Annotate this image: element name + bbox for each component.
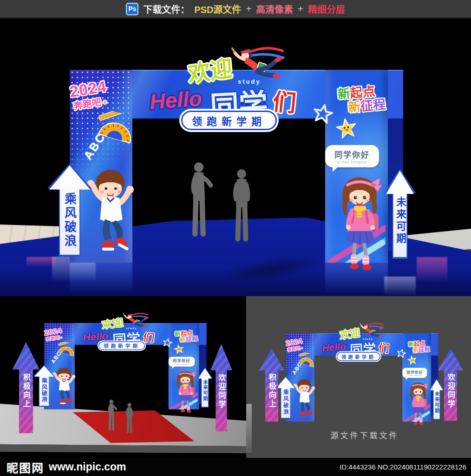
outer-arrow-left: 积极向上 — [13, 342, 39, 433]
welcome-arch: 2024 奔跑吧✦ ABC — [44, 323, 207, 410]
main-render-scene: 2024 奔跑吧✦ ABC — [0, 19, 471, 296]
outer-arrow-left: 积极向上 — [259, 349, 284, 422]
subtitle-pill: 领跑新学期 — [98, 341, 145, 350]
flat-render-scene: 2024 奔跑吧✦ ABC — [246, 296, 471, 458]
outer-arrow-right: 欢迎同学 — [438, 349, 463, 421]
plus-sign: + — [246, 4, 251, 14]
title-men: 们 — [143, 329, 156, 344]
outer-arrow-right-text: 欢迎同学 — [216, 374, 227, 409]
photoshop-icon: Ps — [126, 3, 138, 15]
title-men: 们 — [378, 339, 390, 356]
arrow-sign-left: 乘风破浪 — [47, 164, 92, 257]
badge-2024-run: 2024 奔跑吧✦ — [285, 337, 304, 353]
speech-bubble: 同学你好 ni hao tongxue — [169, 357, 195, 366]
download-bar: Ps 下载文件： PSD源文件 + 高清像素 + 精细分层 — [0, 0, 471, 19]
site-url: www.nipic.com — [49, 461, 126, 473]
outer-arrow-right: 欢迎同学 — [210, 344, 232, 431]
preview-page: Ps 下载文件： PSD源文件 + 高清像素 + 精细分层 — [0, 0, 471, 476]
arrow-reflection — [384, 277, 416, 296]
sparkle-icon: ✦ — [59, 336, 63, 339]
title-men: 们 — [271, 83, 298, 119]
pink-reflection — [417, 257, 447, 283]
title-hello: Hello — [149, 86, 203, 114]
arrow-right-text: 未来可期 — [392, 197, 407, 245]
subtitle-pill: 领跑新学期 — [181, 111, 277, 130]
download-prefix: 下载文件： — [143, 2, 190, 16]
arrow-left-text: 乘风破浪 — [40, 378, 48, 403]
arrow-left-text: 乘风破浪 — [61, 192, 78, 248]
welcome-arch: 2024 奔跑吧✦ ABC — [286, 333, 438, 422]
angled-render-scene: 2024 奔跑吧✦ ABC — [0, 296, 246, 458]
arrow-right-text: 未来可期 — [201, 380, 209, 401]
plus-sign: + — [298, 4, 303, 14]
arrow-sign-right: 未来可期 — [384, 169, 416, 259]
sparkle-icon: ✦ — [102, 98, 108, 106]
girl-character — [173, 369, 198, 413]
badge-2024-run: 2024 奔跑吧✦ — [44, 326, 64, 342]
bubble-pinyin: ni hao tongxue — [402, 375, 427, 377]
site-logo: 昵图网 — [7, 459, 44, 476]
speech-bubble: 同学你好 ni hao tongxue — [325, 145, 379, 167]
image-id-text: ID:4443236 NO:20240811190222228126 — [340, 463, 466, 471]
source-file-caption: 源文件下载文件 — [288, 429, 441, 441]
bubble-greeting: 同学你好 — [169, 358, 195, 364]
badge-2024-run: 2024 奔跑吧✦ — [68, 77, 110, 112]
subtitle-pill: 领跑新学期 — [337, 352, 380, 361]
arch-title: 欢迎 study Hello 同学 们 领跑新学期 — [149, 58, 348, 141]
watermark-bar: 昵图网 www.nipic.com ID:4443236 NO:20240811… — [0, 458, 471, 476]
arch-title: 欢迎 study Hello 同学 们 领跑新学期 — [83, 317, 180, 355]
hd-pixels-label: 高清像素 — [256, 2, 293, 16]
fine-layers-label: 精细分层 — [308, 2, 345, 16]
outer-arrow-left-text: 积极向上 — [20, 373, 32, 409]
pink-reflection — [26, 257, 56, 267]
bubble-greeting: 同学你好 — [325, 148, 379, 160]
girl-character — [406, 381, 430, 426]
girl-character — [334, 173, 386, 271]
bubble-pinyin: ni hao tongxue — [169, 364, 195, 365]
psd-source-label: PSD源文件 — [194, 2, 241, 16]
floor-edge-fragment — [246, 404, 252, 453]
outer-arrow-left-text: 积极向上 — [266, 373, 277, 409]
welcome-arch: 2024 奔跑吧✦ ABC — [70, 70, 403, 263]
arch-title: 欢迎 study Hello 同学 们 领跑新学期 — [322, 328, 413, 366]
bubble-greeting: 同学你好 — [402, 369, 427, 374]
outer-arrow-right-text: 欢迎同学 — [445, 373, 456, 409]
bubble-pinyin: ni hao tongxue — [325, 160, 379, 164]
speech-bubble: 同学你好 ni hao tongxue — [402, 368, 427, 378]
sparkle-icon: ✦ — [300, 346, 303, 350]
